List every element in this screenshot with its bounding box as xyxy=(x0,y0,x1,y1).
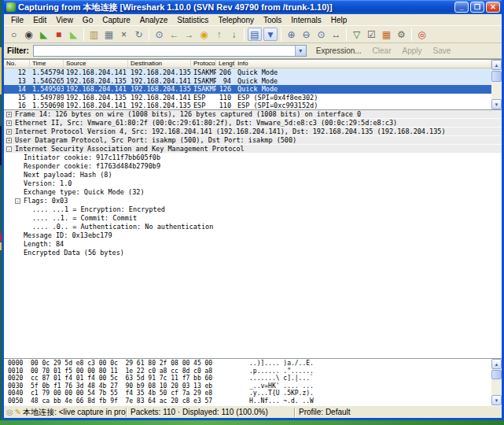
column-header-info[interactable]: Info xyxy=(235,60,491,68)
packet-row[interactable]: 141.54950300192.168.204.141192.168.204.1… xyxy=(4,85,491,94)
detail-row[interactable]: Next payload: Hash (8) xyxy=(4,171,502,179)
column-header-source[interactable]: Source xyxy=(64,60,128,68)
detail-row[interactable]: +User Datagram Protocol, Src Port: isakm… xyxy=(4,136,502,145)
menu-tools[interactable]: Tools xyxy=(259,16,286,24)
expand-plus-icon[interactable]: + xyxy=(6,112,12,117)
scrollbar-thumb[interactable] xyxy=(491,71,502,82)
detail-row[interactable]: Length: 84 xyxy=(4,240,502,249)
detail-row[interactable]: Exchange type: Quick Mode (32) xyxy=(4,188,502,197)
zoom-in-button[interactable]: ⊕ xyxy=(284,27,299,42)
detail-row[interactable]: +Frame 14: 126 bytes on wire (1008 bits)… xyxy=(4,110,502,119)
menu-internals[interactable]: Internals xyxy=(286,16,326,24)
detail-row[interactable]: Version: 1.0 xyxy=(4,179,502,188)
go-to-top-button[interactable]: ↑ xyxy=(212,27,226,42)
column-header-length[interactable]: Length xyxy=(216,60,235,68)
start-capture-button[interactable]: ◣ xyxy=(36,27,51,42)
detail-row[interactable]: +Ethernet II, Src: Vmware_61:80:2f (00:0… xyxy=(4,119,502,128)
scrollbar-thumb[interactable] xyxy=(491,370,502,379)
go-to-bottom-button[interactable]: ↓ xyxy=(226,27,241,42)
detail-row[interactable]: +Internet Protocol Version 4, Src: 192.1… xyxy=(4,128,502,136)
column-header-time[interactable]: Time xyxy=(30,60,64,68)
packet-row[interactable]: 131.54626500192.168.204.135192.168.204.1… xyxy=(4,77,491,86)
filter-combo[interactable]: ▼ xyxy=(33,45,307,57)
minimize-button[interactable]: _ xyxy=(454,2,469,13)
packet-row[interactable]: 121.54579400192.168.204.141192.168.204.1… xyxy=(4,68,491,77)
detail-row[interactable]: .... .0.. = Authentication: No authentic… xyxy=(4,223,502,231)
scroll-up-icon[interactable]: ▲ xyxy=(491,60,502,70)
maximize-button[interactable]: ❐ xyxy=(470,2,484,13)
detail-row[interactable]: Initiator cookie: 917c11f7bb605f0b xyxy=(4,153,502,162)
scroll-down-icon[interactable]: ▼ xyxy=(491,99,502,109)
menu-capture[interactable]: Capture xyxy=(97,16,135,24)
capture-options-button[interactable]: ◉ xyxy=(21,27,36,42)
hex-line[interactable]: 0040c1 79 00 00 00 54 7b 55 f4 35 4b 50 … xyxy=(4,390,491,397)
expression-button[interactable]: Expression... xyxy=(311,46,367,55)
preferences-button[interactable]: ⚙ xyxy=(394,27,409,42)
packet-list-scrollbar[interactable]: ▲ ▼ xyxy=(491,60,502,109)
annotation-pencil-icon[interactable]: ✎ xyxy=(15,408,21,416)
hex-offset: 0050 xyxy=(4,397,31,405)
colorize-button[interactable]: ▤ xyxy=(248,28,262,41)
stop-capture-button[interactable]: ■ xyxy=(51,27,66,42)
expand-plus-icon[interactable]: + xyxy=(6,120,12,126)
collapse-minus-icon[interactable]: - xyxy=(6,146,12,152)
hex-line[interactable]: 0020cc 87 01 f4 01 f4 00 5c 63 5d 91 7c … xyxy=(4,375,491,382)
capture-filters-button[interactable]: ▽ xyxy=(349,27,364,42)
detail-row[interactable]: .... ...1 = Encryption: Encrypted xyxy=(4,205,502,214)
restart-capture-button[interactable]: ◣ xyxy=(66,27,81,42)
hex-line[interactable]: 001000 70 01 f5 00 00 80 11 1e 22 c0 a8 … xyxy=(4,368,491,375)
close-button[interactable]: ✕ xyxy=(486,2,500,13)
menu-help[interactable]: Help xyxy=(326,16,352,24)
filter-input[interactable] xyxy=(35,46,294,55)
find-packet-button[interactable]: ⊙ xyxy=(152,27,167,42)
column-header-protocol[interactable]: Protocol xyxy=(191,60,216,68)
detail-row[interactable]: Message ID: 0x13ebc179 xyxy=(4,231,502,240)
hex-scrollbar[interactable]: ▲ ▼ xyxy=(491,359,502,405)
menu-view[interactable]: View xyxy=(51,16,78,24)
zoom-out-button[interactable]: ⊖ xyxy=(299,27,314,42)
expert-info-icon[interactable]: ◎ xyxy=(6,408,13,416)
expand-plus-icon[interactable]: + xyxy=(6,138,12,143)
expand-plus-icon[interactable]: + xyxy=(6,129,12,135)
title-bar[interactable]: Capturing from 本地连接 [Wireshark 1.10.0 (S… xyxy=(4,0,502,14)
reload-file-button[interactable]: ↻ xyxy=(131,27,146,42)
packet-row[interactable]: 161.55069800192.168.204.141192.168.204.1… xyxy=(4,102,491,109)
column-header-destination[interactable]: Destination xyxy=(128,60,191,68)
menu-telephony[interactable]: Telephony xyxy=(213,16,259,24)
go-to-packet-button[interactable]: ◉ xyxy=(197,27,212,42)
scroll-down-icon[interactable]: ▼ xyxy=(491,395,502,405)
help-button[interactable]: ◎ xyxy=(414,27,429,42)
zoom-100-button[interactable]: ⊙ xyxy=(314,27,329,42)
hex-line[interactable]: 000000 0c 29 5d e8 c3 00 0c 29 61 80 2f … xyxy=(4,360,491,368)
resize-columns-button[interactable]: ↔ xyxy=(329,27,344,42)
detail-row[interactable]: -Flags: 0x03 xyxy=(4,197,502,205)
chevron-down-icon[interactable]: ▼ xyxy=(295,46,306,56)
menu-analyze[interactable]: Analyze xyxy=(135,16,173,24)
packet-row[interactable]: 151.54978900192.168.204.135192.168.204.1… xyxy=(4,94,491,102)
hex-line[interactable]: 00305f 0b f1 76 3d 48 4b 27 90 b9 08 10 … xyxy=(4,382,491,390)
detail-row[interactable]: .... ..1. = Commit: Commit xyxy=(4,214,502,223)
menu-go[interactable]: Go xyxy=(78,16,97,24)
go-forward-button[interactable]: → xyxy=(182,27,197,42)
collapse-minus-icon[interactable]: - xyxy=(15,198,20,204)
display-filters-button[interactable]: ☑ xyxy=(364,27,379,42)
menu-file[interactable]: File xyxy=(6,16,28,24)
go-back-button[interactable]: ← xyxy=(167,27,182,42)
menu-statistics[interactable]: Statistics xyxy=(172,16,213,24)
coloring-rules-button[interactable]: ▦ xyxy=(379,27,394,42)
list-interfaces-button[interactable]: ○ xyxy=(6,27,21,42)
open-file-button[interactable]: ▥ xyxy=(86,27,101,42)
capture-filters-icon: ▽ xyxy=(353,30,360,39)
detail-row[interactable]: Responder cookie: f1763d484b2790b9 xyxy=(4,162,502,171)
column-header-no[interactable]: No. xyxy=(4,60,30,68)
close-file-button[interactable]: × xyxy=(116,27,131,42)
hex-line[interactable]: 005048 ca bb 4e 66 8d fb 9f 7e 83 64 ac … xyxy=(4,397,491,405)
go-to-top-icon: ↑ xyxy=(217,30,222,39)
clear-button: Clear xyxy=(367,46,397,55)
menu-edit[interactable]: Edit xyxy=(28,16,51,24)
auto-scroll-button[interactable]: ▼ xyxy=(263,28,278,41)
save-file-button[interactable]: ▦ xyxy=(101,27,116,42)
detail-row[interactable]: Encrypted Data (56 bytes) xyxy=(4,249,502,257)
scroll-up-icon[interactable]: ▲ xyxy=(491,359,502,369)
detail-row[interactable]: -Internet Security Association and Key M… xyxy=(4,145,502,153)
